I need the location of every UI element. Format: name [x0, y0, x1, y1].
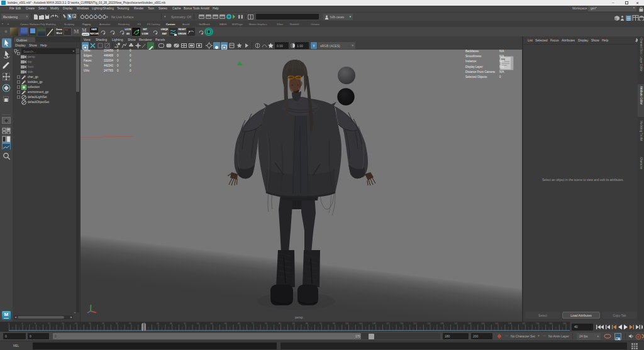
- svg-text:108: 108: [372, 322, 376, 325]
- svg-text:124: 124: [427, 322, 431, 325]
- svg-text:44: 44: [157, 322, 159, 325]
- svg-text:164: 164: [563, 322, 567, 325]
- svg-text:4: 4: [21, 322, 23, 325]
- svg-text:144: 144: [495, 322, 499, 325]
- svg-text:8: 8: [35, 322, 36, 325]
- svg-text:12: 12: [48, 322, 50, 325]
- svg-text:148: 148: [508, 322, 512, 325]
- svg-text:120: 120: [413, 322, 417, 325]
- svg-text:0: 0: [8, 322, 9, 325]
- svg-text:128: 128: [440, 322, 444, 325]
- svg-text:112: 112: [386, 322, 389, 325]
- svg-text:48: 48: [170, 322, 172, 325]
- svg-text:140: 140: [481, 322, 485, 325]
- svg-text:156: 156: [536, 322, 540, 325]
- svg-text:84: 84: [292, 322, 295, 325]
- svg-text:36: 36: [129, 322, 131, 325]
- svg-text:92: 92: [319, 322, 322, 325]
- svg-text:24: 24: [89, 322, 91, 325]
- svg-text:20: 20: [75, 322, 77, 325]
- svg-text:88: 88: [306, 322, 308, 325]
- svg-text:60: 60: [211, 322, 213, 325]
- svg-text:104: 104: [359, 322, 363, 325]
- svg-text:32: 32: [116, 322, 118, 325]
- svg-text:152: 152: [522, 322, 526, 325]
- svg-text:132: 132: [454, 322, 458, 325]
- svg-text:72: 72: [252, 322, 254, 325]
- svg-text:136: 136: [468, 322, 472, 325]
- svg-text:100: 100: [345, 322, 349, 325]
- svg-text:28: 28: [102, 322, 104, 325]
- svg-text:64: 64: [225, 322, 227, 325]
- svg-text:56: 56: [197, 322, 199, 325]
- svg-text:16: 16: [62, 322, 64, 325]
- svg-text:116: 116: [400, 322, 403, 325]
- svg-text:76: 76: [265, 322, 267, 325]
- svg-text:68: 68: [238, 322, 240, 325]
- svg-text:96: 96: [333, 322, 335, 325]
- svg-text:80: 80: [279, 322, 281, 325]
- svg-text:160: 160: [549, 322, 553, 325]
- svg-text:52: 52: [184, 322, 186, 325]
